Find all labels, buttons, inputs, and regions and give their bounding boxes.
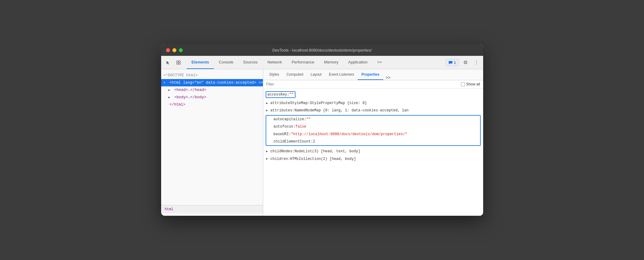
head-expand-icon[interactable] [168, 88, 172, 93]
main-toolbar: Elements Console Sources Network Perform… [161, 56, 483, 69]
svg-rect-1 [179, 61, 180, 62]
show-all-text: Show all [466, 82, 480, 86]
body-tag-line[interactable]: <body>…</body> [161, 94, 263, 101]
highlighted-group: autocapitalize: "" autofocus: false base… [266, 115, 481, 146]
body-expand-icon[interactable] [168, 95, 172, 100]
autofocus-key: autofocus: [274, 124, 295, 130]
cursor-icon[interactable] [164, 58, 173, 67]
child-nodes-line[interactable]: childNodes: NodeList(3) [head, text, bod… [263, 148, 483, 155]
show-all-label: Show all [461, 82, 480, 86]
child-element-count-key: childElementCount: [274, 139, 313, 145]
attr-style-map-value: StylePropertyMap {size: 0} [310, 100, 367, 106]
children-value: HTMLCollection(2) [head, body] [290, 156, 356, 162]
titlebar: DevTools - localhost:8080/docs/devtools/… [161, 44, 483, 56]
minimize-button[interactable] [172, 48, 176, 52]
body-tag-text: <body>…</body> [174, 95, 206, 99]
html-expand-icon[interactable] [164, 81, 167, 85]
attr-style-map-key: attributeStyleMap: [271, 100, 310, 106]
autocapitalize-value: "" [306, 116, 311, 122]
attr-style-map-line[interactable]: attributeStyleMap: StylePropertyMap {siz… [263, 99, 483, 107]
attributes-key: attributes: [271, 107, 295, 114]
tab-sources[interactable]: Sources [238, 56, 263, 69]
tab-console[interactable]: Console [214, 56, 238, 69]
tab-layout[interactable]: Layout [307, 69, 325, 80]
access-key-highlight[interactable]: accessKey: "" [266, 91, 295, 98]
html-attr-lang: lang= [183, 81, 195, 85]
close-button[interactable] [166, 48, 170, 52]
tab-styles[interactable]: Styles [266, 69, 283, 80]
child-element-count-value: 2 [313, 139, 315, 145]
html-open-bracket: < [169, 81, 172, 85]
access-key-label: accessKey: [267, 92, 289, 97]
head-tag-text: <head>…</head> [174, 88, 206, 92]
settings-button[interactable]: ⚙ [461, 58, 470, 67]
access-key-value: "" [289, 92, 294, 97]
filter-bar: Show all [263, 80, 483, 88]
toolbar-right: 1 ⚙ ⋮ [446, 58, 481, 67]
inspect-icon[interactable] [174, 58, 183, 67]
children-expand-icon[interactable] [266, 156, 271, 161]
attr-style-map-expand-icon[interactable] [266, 101, 271, 106]
autocapitalize-line[interactable]: autocapitalize: "" [266, 116, 480, 123]
baseuri-line[interactable]: baseURI: "http://localhost:8080/docs/dev… [266, 131, 480, 138]
html-attr-lang-val: "en" [195, 81, 206, 85]
devtools-window: DevTools - localhost:8080/docs/devtools/… [161, 44, 483, 216]
autocapitalize-key: autocapitalize: [274, 116, 306, 122]
maximize-button[interactable] [179, 48, 183, 52]
children-key: children: [271, 156, 290, 162]
svg-rect-2 [177, 63, 178, 64]
window-title: DevTools - localhost:8080/docs/devtools/… [272, 48, 372, 52]
more-options-button[interactable]: ⋮ [472, 58, 481, 67]
breadcrumb-html[interactable]: html [165, 207, 174, 211]
tab-application[interactable]: Application [343, 56, 373, 69]
svg-rect-3 [179, 63, 180, 64]
access-key-wrapper: accessKey: "" [263, 90, 483, 99]
show-all-checkbox[interactable] [461, 82, 465, 86]
toolbar-icons [164, 58, 183, 67]
more-tabs-button[interactable]: >> [372, 56, 387, 69]
baseuri-key: baseURI: [274, 131, 291, 137]
right-tabs: Styles Computed Layout Event Listeners P… [263, 69, 483, 80]
tab-event-listeners[interactable]: Event Listeners [325, 69, 358, 80]
html-tag-line[interactable]: <html lang="en" data-cookies-accepted> =… [161, 79, 263, 86]
properties-panel: Styles Computed Layout Event Listeners P… [263, 69, 483, 216]
autofocus-value: false [295, 124, 306, 130]
more-right-tabs-button[interactable]: >> [384, 75, 392, 80]
html-close-bracket: > [254, 81, 257, 85]
html-close-line[interactable]: </html> [161, 101, 263, 108]
tab-properties[interactable]: Properties [358, 69, 383, 80]
child-nodes-key: childNodes: [271, 148, 295, 154]
properties-content: accessKey: "" attributeStyleMap: StylePr… [263, 88, 483, 216]
child-element-count-line[interactable]: childElementCount: 2 [266, 138, 480, 145]
chat-badge: 1 [454, 60, 456, 65]
html-tag-name: html [172, 81, 183, 85]
tab-elements[interactable]: Elements [187, 56, 214, 69]
main-tabs: Elements Console Sources Network Perform… [187, 56, 387, 69]
attributes-line[interactable]: attributes: NamedNodeMap {0: lang, 1: da… [263, 107, 483, 114]
child-nodes-expand-icon[interactable] [266, 149, 271, 154]
doctype-line[interactable]: <!DOCTYPE html> [161, 72, 263, 79]
autofocus-line[interactable]: autofocus: false [266, 123, 480, 130]
children-line[interactable]: children: HTMLCollection(2) [head, body] [263, 155, 483, 163]
chat-button[interactable]: 1 [446, 59, 459, 66]
breadcrumb: html [161, 205, 263, 213]
html-attr-data: data-cookies-accepted [206, 81, 254, 85]
child-nodes-value: NodeList(3) [head, text, body] [295, 148, 360, 154]
html-close-text: </html> [169, 103, 186, 107]
main-content: <!DOCTYPE html> <html lang="en" data-coo… [161, 69, 483, 216]
tab-computed[interactable]: Computed [283, 69, 307, 80]
head-tag-line[interactable]: <head>…</head> [161, 86, 263, 94]
baseuri-value: "http://localhost:8080/docs/devtools/dom… [291, 131, 407, 137]
doctype-text: <!DOCTYPE html> [164, 73, 198, 78]
svg-rect-0 [177, 61, 178, 62]
tab-network[interactable]: Network [263, 56, 287, 69]
attributes-expand-icon[interactable] [266, 108, 271, 113]
tab-performance[interactable]: Performance [287, 56, 319, 69]
attributes-value: NamedNodeMap {0: lang, 1: data-cookies-a… [295, 107, 409, 114]
dom-panel: <!DOCTYPE html> <html lang="en" data-coo… [161, 69, 263, 216]
traffic-lights [166, 48, 183, 52]
filter-input[interactable] [266, 82, 459, 86]
tab-memory[interactable]: Memory [319, 56, 343, 69]
